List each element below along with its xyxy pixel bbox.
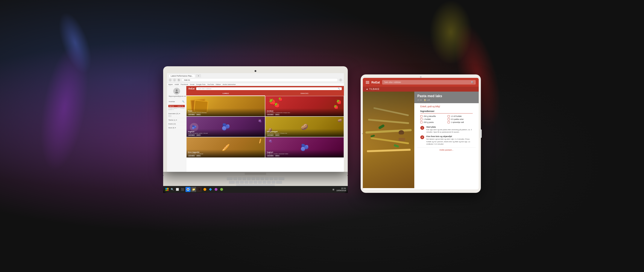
info-yoghurt2[interactable]: INFO: [275, 155, 280, 157]
info-jordbar[interactable]: INFO: [275, 114, 280, 115]
tablet-power-button[interactable]: [480, 129, 482, 138]
key-g[interactable]: [254, 181, 258, 183]
taskbar-app-5[interactable]: 🟢: [219, 187, 224, 192]
les-mer-jordbar[interactable]: LES MER: [266, 114, 274, 115]
les-mer-yoghurt1[interactable]: LES MER: [188, 134, 195, 136]
recipe-name-toast: Toast: [188, 110, 264, 112]
recipe-card-jordbar[interactable]: 🍓 🍓 🍓 🍓 🍓 Jordbær Norsk jordbær | jordbæ…: [265, 96, 344, 116]
taskbar-network-icon[interactable]: ⊞: [331, 187, 336, 192]
key-i[interactable]: [265, 177, 269, 180]
taskbar-app-file[interactable]: 📁: [191, 187, 196, 192]
checkbox-hvitlok-dl[interactable]: [448, 115, 450, 117]
browser-forward-button[interactable]: ›: [173, 78, 176, 81]
les-mer-potetgull[interactable]: LES MER: [266, 134, 274, 136]
key-tab[interactable]: [227, 177, 233, 180]
les-mer-baguette[interactable]: LES MER: [188, 155, 195, 157]
checkbox-hvitlok[interactable]: [420, 118, 422, 120]
start-button[interactable]: [165, 187, 169, 192]
key-back[interactable]: [278, 177, 284, 180]
recipe-card-potetgull[interactable]: 🥔 🥔 🥔 Salt potetgull Norsk Extra | Uansv…: [265, 116, 344, 137]
taskbar-cortana-icon[interactable]: ⬜: [175, 187, 180, 192]
bookmark-apper[interactable]: Apper: [168, 83, 173, 85]
checkbox-salt[interactable]: [448, 121, 450, 123]
key-r[interactable]: [247, 177, 251, 180]
sidebar-item-gronnsaker[interactable]: Grønnsaker (31) ▼: [168, 113, 185, 115]
checkbox-laksefile[interactable]: [420, 115, 422, 117]
touchpad[interactable]: [245, 173, 266, 175]
browser-url-bar[interactable]: reat.no: [182, 78, 338, 82]
bookmark-youtube[interactable]: YouTube: [207, 83, 214, 85]
taskbar-app-4[interactable]: 🟣: [214, 187, 218, 192]
key-caps[interactable]: [229, 181, 235, 183]
recipe-card-toast[interactable]: Toast Ostesmørbrød | French dressing LES…: [186, 96, 265, 116]
taskbar-app-chrome[interactable]: [186, 187, 190, 192]
tablet-back-nav[interactable]: ◄ TILBAKE: [363, 87, 479, 92]
browser-back-button[interactable]: ‹: [169, 78, 172, 81]
key-q[interactable]: [233, 177, 237, 180]
sidebar-item-tilbehor[interactable]: Tilbehør (1) ▼: [168, 119, 185, 121]
taskbar-app-1[interactable]: X: [197, 187, 202, 192]
info-toast[interactable]: INFO: [196, 114, 201, 115]
tab-snacks[interactable]: SNACKS: [265, 91, 344, 96]
taskbar: 🔍 ⬜ ⬛ 📁 X 🟠 🔷 🟣 🟢 ⊞ 22:31 10/04/2018: [163, 186, 348, 193]
key-l[interactable]: [272, 181, 276, 183]
key-enter[interactable]: [276, 181, 282, 183]
hamburger-menu-button[interactable]: [366, 81, 369, 84]
browser-menu-button[interactable]: ⋮: [339, 78, 342, 81]
key-k[interactable]: [267, 181, 271, 183]
key-w[interactable]: [238, 177, 242, 180]
website-content: filipposogstad@gmail.com Inventar 🔍 Kart: [167, 86, 344, 172]
les-mer-yoghurt2[interactable]: LES MER: [266, 155, 274, 157]
bookmark-klikker[interactable]: Klikker: [216, 83, 221, 85]
laptop: Latest Performance Rep... + ‹ › ↻ reat.n…: [163, 66, 348, 193]
bookmark-gmail[interactable]: Gmail: [190, 83, 194, 85]
key-s[interactable]: [240, 181, 244, 183]
browser-tab-active[interactable]: Latest Performance Rep...: [169, 74, 195, 77]
browser-refresh-button[interactable]: ↻: [177, 78, 180, 81]
bookmark-google-foto[interactable]: Google Foto: [196, 83, 206, 85]
taskbar-app-2[interactable]: 🟠: [202, 187, 207, 192]
recipe-overlay-yoghurt2: Yoghurt Bringebær | smaker | blandede fr…: [265, 150, 344, 157]
tablet-search-box[interactable]: Søk etter måltider 🔍: [382, 80, 476, 84]
sidebar-item-kart[interactable]: Kart (1) LEGG TIL: [168, 105, 185, 107]
key-f[interactable]: [249, 181, 253, 183]
info-yoghurt1[interactable]: INFO: [196, 134, 201, 136]
key-o[interactable]: [270, 177, 273, 180]
info-baguette[interactable]: INFO: [196, 155, 201, 157]
taskbar-search-icon[interactable]: 🔍: [170, 187, 174, 192]
recipe-card-baguette[interactable]: 🥖 🥖 Grov baguette Grop Hvitbrød | Gulrot…: [186, 137, 265, 158]
recipe-card-yoghurt2[interactable]: 🫐 🍇 Yoghurt Bringebær | smaker | blanded…: [265, 137, 344, 158]
search-icon-small[interactable]: 🔍: [182, 100, 184, 103]
chef-icon: 👨‍🍳: [424, 99, 426, 101]
taskbar-app-3[interactable]: 🔷: [208, 187, 213, 192]
key-d[interactable]: [244, 181, 248, 183]
bookmark-reddit[interactable]: reddit: [174, 83, 179, 85]
tab-lunsj[interactable]: LUNSJ: [186, 91, 265, 96]
checkbox-pasta[interactable]: [420, 121, 422, 123]
key-u[interactable]: [260, 177, 264, 180]
bookmark-facebook[interactable]: Facebook: [180, 83, 188, 85]
sidebar-item-sause[interactable]: Sause (8) ▼: [168, 127, 185, 129]
sidebar-profile: filipposogstad@gmail.com: [167, 86, 186, 99]
les-mer-toast[interactable]: LES MER: [188, 114, 195, 115]
key-e[interactable]: [242, 177, 246, 180]
sidebar-item-snacks[interactable]: Snacks (12): [168, 123, 185, 125]
bookmark-andre[interactable]: Andre bokmerker: [222, 83, 236, 85]
key-t[interactable]: [251, 177, 255, 180]
taskbar-taskview-icon[interactable]: ⬛: [180, 187, 184, 192]
key-p[interactable]: [274, 177, 278, 180]
recipe-info-panel: Pasta med laks ⏱ 15 👨‍🍳 Lett: [414, 92, 479, 188]
key-a[interactable]: [236, 181, 239, 183]
key-y[interactable]: [256, 177, 260, 180]
browser-tab-inactive[interactable]: +: [196, 74, 201, 77]
recipe-difficulty: 👨‍🍳 Lett: [424, 99, 430, 101]
recipe-card-yoghurt1[interactable]: 🫐 🍇 🫐 Yoghurt Vanilla | Bringebær golder…: [186, 116, 265, 137]
checkbox-erter[interactable]: [448, 118, 450, 120]
key-h[interactable]: [258, 181, 262, 183]
ingredients-grid: 250 g laksefile 1.5 dl hvitløk 1 hvitløk: [420, 115, 473, 123]
key-j[interactable]: [262, 181, 266, 183]
info-potetgull[interactable]: INFO: [275, 134, 280, 136]
show-more-link[interactable]: Kokte pastaen...: [417, 147, 476, 152]
win-sq-2: [167, 188, 169, 189]
search-bar[interactable]: Søk etter måltider 🔍: [196, 87, 342, 90]
